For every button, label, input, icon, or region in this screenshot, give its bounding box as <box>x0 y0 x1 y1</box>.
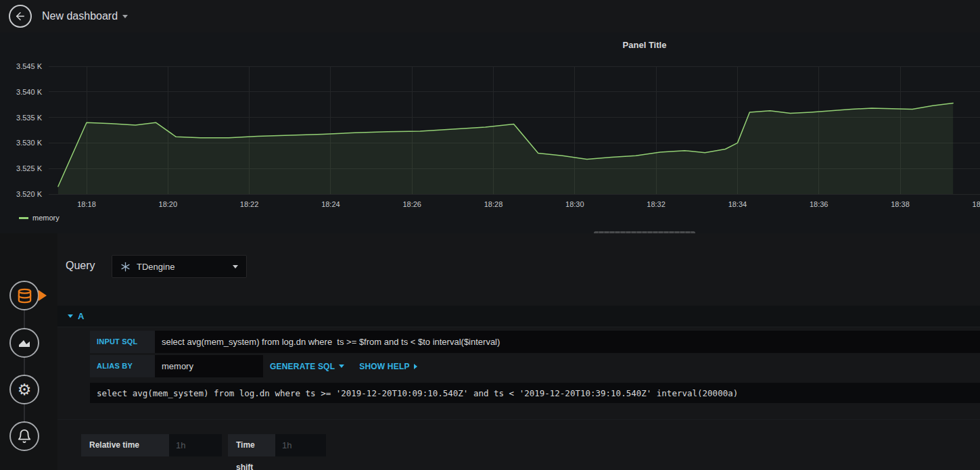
tab-general[interactable]: ⚙ <box>9 375 39 404</box>
time-series-chart[interactable]: 3.545 K3.540 K3.535 K3.530 K3.525 K3.520… <box>0 32 980 233</box>
grafana-app: New dashboard 3.545 K3.540 K3.535 K3.530… <box>0 0 980 470</box>
time-shift-field[interactable] <box>275 434 326 456</box>
alias-by-label: ALIAS BY <box>90 355 155 377</box>
arrow-left-icon <box>14 10 26 22</box>
svg-text:18:32: 18:32 <box>647 200 666 208</box>
alias-by-field[interactable] <box>155 355 263 377</box>
svg-text:18:34: 18:34 <box>728 200 747 208</box>
svg-text:18:30: 18:30 <box>565 200 584 208</box>
back-button[interactable] <box>9 5 32 28</box>
svg-text:18:22: 18:22 <box>240 200 259 208</box>
time-options-row: Relative time Time shift <box>81 434 326 456</box>
relative-time-label: Relative time <box>81 434 169 456</box>
gear-icon: ⚙ <box>18 382 32 398</box>
svg-text:18:24: 18:24 <box>321 200 340 208</box>
tab-rail-line <box>24 296 25 436</box>
chevron-down-icon <box>339 365 344 368</box>
svg-text:18:38: 18:38 <box>891 200 910 208</box>
svg-text:18:28: 18:28 <box>484 200 503 208</box>
show-help-label: SHOW HELP <box>359 362 409 371</box>
relative-time-field[interactable] <box>169 434 222 456</box>
alias-by-row: ALIAS BY GENERATE SQL SHOW HELP <box>90 355 980 377</box>
tdengine-logo-icon <box>120 262 131 272</box>
tab-visualization[interactable] <box>9 328 39 358</box>
bell-icon <box>17 429 32 444</box>
graph-panel: 3.545 K3.540 K3.535 K3.530 K3.525 K3.520… <box>0 32 980 233</box>
tab-alert[interactable] <box>9 421 39 451</box>
database-icon <box>17 288 32 304</box>
input-sql-row: INPUT SQL <box>90 331 980 353</box>
chevron-down-icon <box>233 265 238 268</box>
collapse-caret-icon <box>68 314 73 318</box>
query-ref-id: A <box>78 311 84 321</box>
active-tab-indicator <box>39 290 47 301</box>
svg-text:3.530 K: 3.530 K <box>16 139 43 147</box>
svg-text:3.525 K: 3.525 K <box>16 164 43 172</box>
chevron-down-icon[interactable] <box>122 15 128 18</box>
dashboard-title[interactable]: New dashboard <box>42 10 118 22</box>
query-ref-row[interactable]: A <box>57 306 980 327</box>
datasource-picker[interactable]: TDengine <box>112 255 247 278</box>
legend-swatch <box>19 217 28 219</box>
generated-sql-preview: select avg(mem_system) from log.dn where… <box>90 383 980 403</box>
input-sql-label: INPUT SQL <box>90 331 155 353</box>
generate-sql-button[interactable]: GENERATE SQL <box>270 355 344 377</box>
query-heading: Query <box>66 260 95 272</box>
svg-text:3.520 K: 3.520 K <box>16 190 43 198</box>
svg-text:3.535 K: 3.535 K <box>16 114 43 122</box>
svg-text:18:20: 18:20 <box>159 200 178 208</box>
svg-text:3.545 K: 3.545 K <box>16 62 43 70</box>
time-shift-label: Time shift <box>228 434 275 456</box>
svg-text:3.540 K: 3.540 K <box>16 88 43 96</box>
legend-label: memory <box>32 214 60 222</box>
svg-text:18:26: 18:26 <box>402 200 421 208</box>
generate-sql-label: GENERATE SQL <box>270 362 335 371</box>
tab-queries[interactable] <box>9 281 39 310</box>
panel-title[interactable]: Panel Title <box>623 40 667 50</box>
section-divider <box>57 419 980 420</box>
datasource-name: TDengine <box>137 262 174 272</box>
legend-item-memory[interactable]: memory <box>19 214 60 222</box>
chevron-right-icon <box>414 364 417 369</box>
svg-text:18:40: 18:40 <box>973 200 980 208</box>
svg-text:18:18: 18:18 <box>77 200 96 208</box>
show-help-button[interactable]: SHOW HELP <box>359 355 417 377</box>
top-bar: New dashboard <box>0 0 980 32</box>
chart-icon <box>16 335 32 351</box>
input-sql-field[interactable] <box>155 331 980 353</box>
svg-text:18:36: 18:36 <box>810 200 829 208</box>
